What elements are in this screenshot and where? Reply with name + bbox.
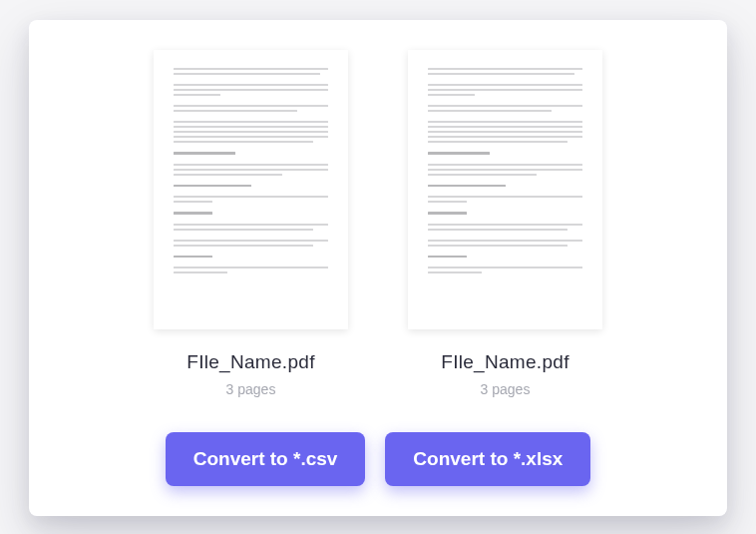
document-page-thumbnail <box>154 50 348 329</box>
file-name-label: FIle_Name.pdf <box>187 351 315 373</box>
convert-xlsx-button[interactable]: Convert to *.xlsx <box>385 432 590 486</box>
file-pages-count: 3 pages <box>481 381 531 397</box>
file-item: FIle_Name.pdf 3 pages <box>408 50 602 397</box>
file-pages-count: 3 pages <box>226 381 276 397</box>
file-item: FIle_Name.pdf 3 pages <box>154 50 348 397</box>
file-conversion-card: FIle_Name.pdf 3 pages <box>29 20 727 516</box>
convert-csv-button[interactable]: Convert to *.csv <box>166 432 366 486</box>
actions-row: Convert to *.csv Convert to *.xlsx <box>69 432 687 486</box>
document-page-thumbnail <box>408 50 602 329</box>
file-name-label: FIle_Name.pdf <box>441 351 569 373</box>
file-previews-row: FIle_Name.pdf 3 pages <box>69 50 687 397</box>
